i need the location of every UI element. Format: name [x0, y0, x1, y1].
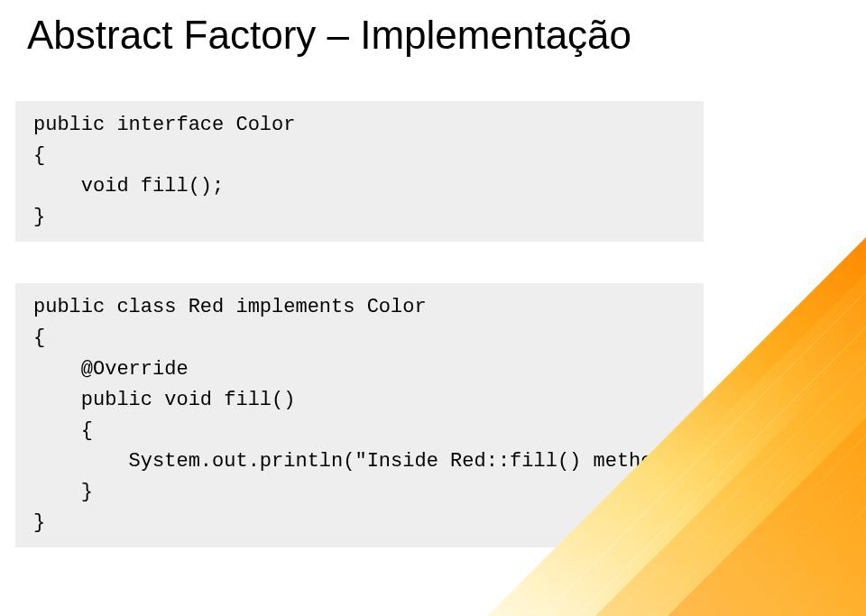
svg-line-8 — [794, 544, 866, 616]
svg-line-7 — [758, 508, 866, 616]
page-title: Abstract Factory – Implementação — [0, 0, 866, 58]
svg-line-6 — [722, 472, 866, 616]
svg-line-5 — [686, 436, 866, 616]
code-block-class: public class Red implements Color { @Ove… — [15, 283, 704, 547]
code-block-interface: public interface Color { void fill(); } — [15, 101, 704, 242]
